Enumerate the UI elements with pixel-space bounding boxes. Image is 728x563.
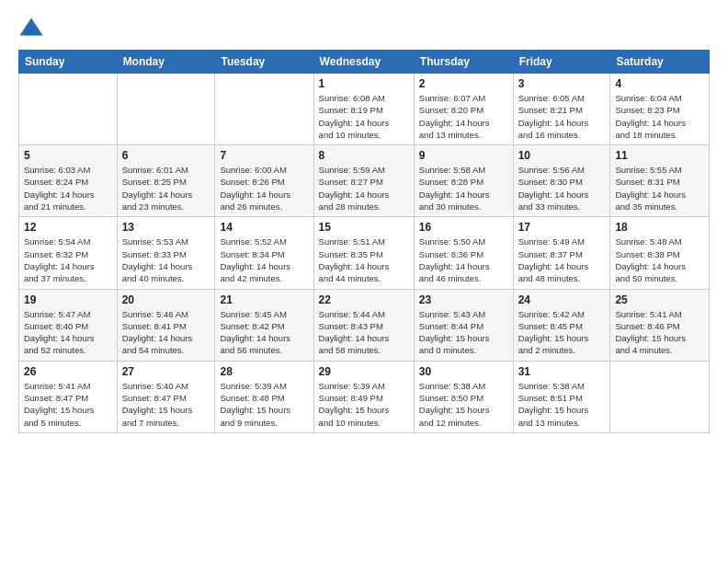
calendar-cell [610,361,710,432]
calendar-cell: 30Sunrise: 5:38 AMSunset: 8:50 PMDayligh… [414,361,513,432]
day-detail: Sunrise: 5:38 AMSunset: 8:51 PMDaylight:… [518,380,606,429]
day-number: 14 [220,221,308,234]
calendar-cell [215,74,313,145]
day-detail: Sunrise: 5:51 AMSunset: 8:35 PMDaylight:… [319,236,409,284]
day-detail: Sunrise: 5:44 AMSunset: 8:43 PMDaylight:… [319,308,409,357]
day-detail: Sunrise: 5:39 AMSunset: 8:48 PMDaylight:… [220,380,308,429]
day-number: 31 [518,365,606,378]
day-detail: Sunrise: 5:38 AMSunset: 8:50 PMDaylight:… [419,380,508,429]
calendar-cell: 17Sunrise: 5:49 AMSunset: 8:37 PMDayligh… [513,217,610,289]
calendar-cell: 24Sunrise: 5:42 AMSunset: 8:45 PMDayligh… [513,289,610,361]
logo-icon [18,15,44,40]
day-detail: Sunrise: 5:52 AMSunset: 8:34 PMDaylight:… [220,236,308,284]
calendar-cell: 11Sunrise: 5:55 AMSunset: 8:31 PMDayligh… [610,145,710,217]
weekday-header-thursday: Thursday [414,51,513,74]
calendar-cell: 23Sunrise: 5:43 AMSunset: 8:44 PMDayligh… [414,289,513,361]
header [18,15,710,40]
day-number: 13 [122,221,210,234]
calendar-cell: 19Sunrise: 5:47 AMSunset: 8:40 PMDayligh… [19,289,118,361]
day-detail: Sunrise: 6:08 AMSunset: 8:19 PMDaylight:… [319,92,409,141]
calendar-cell: 4Sunrise: 6:04 AMSunset: 8:23 PMDaylight… [610,74,710,145]
calendar-cell: 9Sunrise: 5:58 AMSunset: 8:28 PMDaylight… [414,145,513,217]
day-number: 30 [419,365,508,378]
day-number: 18 [615,221,704,234]
day-detail: Sunrise: 5:47 AMSunset: 8:40 PMDaylight:… [24,308,112,357]
calendar-cell: 14Sunrise: 5:52 AMSunset: 8:34 PMDayligh… [215,217,313,289]
calendar-week-row: 12Sunrise: 5:54 AMSunset: 8:32 PMDayligh… [19,217,710,289]
day-number: 6 [122,149,210,162]
calendar-cell: 7Sunrise: 6:00 AMSunset: 8:26 PMDaylight… [215,145,313,217]
day-detail: Sunrise: 5:58 AMSunset: 8:28 PMDaylight:… [419,164,508,213]
day-detail: Sunrise: 5:39 AMSunset: 8:49 PMDaylight:… [319,380,409,429]
calendar-cell: 27Sunrise: 5:40 AMSunset: 8:47 PMDayligh… [117,361,215,432]
calendar-cell: 1Sunrise: 6:08 AMSunset: 8:19 PMDaylight… [313,74,414,145]
weekday-header-sunday: Sunday [19,51,118,74]
day-detail: Sunrise: 5:41 AMSunset: 8:47 PMDaylight:… [24,380,112,429]
calendar-cell: 28Sunrise: 5:39 AMSunset: 8:48 PMDayligh… [215,361,313,432]
calendar-table: SundayMondayTuesdayWednesdayThursdayFrid… [18,50,710,433]
day-number: 19 [24,293,112,306]
calendar-cell: 22Sunrise: 5:44 AMSunset: 8:43 PMDayligh… [313,289,414,361]
day-number: 5 [24,149,112,162]
weekday-header-monday: Monday [117,51,215,74]
day-number: 11 [615,149,704,162]
day-number: 20 [122,293,210,306]
day-number: 29 [319,365,409,378]
calendar-cell: 26Sunrise: 5:41 AMSunset: 8:47 PMDayligh… [19,361,118,432]
day-number: 3 [518,77,606,90]
day-detail: Sunrise: 5:54 AMSunset: 8:32 PMDaylight:… [24,236,112,284]
day-detail: Sunrise: 5:59 AMSunset: 8:27 PMDaylight:… [319,164,409,213]
day-detail: Sunrise: 6:07 AMSunset: 8:20 PMDaylight:… [419,92,508,141]
day-number: 28 [220,365,308,378]
weekday-header-saturday: Saturday [610,51,710,74]
day-number: 1 [319,77,409,90]
calendar-cell [117,74,215,145]
calendar-week-row: 19Sunrise: 5:47 AMSunset: 8:40 PMDayligh… [19,289,710,361]
calendar-cell [19,74,118,145]
weekday-header-tuesday: Tuesday [215,51,313,74]
day-number: 23 [419,293,508,306]
day-number: 17 [518,221,606,234]
calendar-cell: 20Sunrise: 5:46 AMSunset: 8:41 PMDayligh… [117,289,215,361]
day-number: 24 [518,293,606,306]
day-number: 2 [419,77,508,90]
day-detail: Sunrise: 6:03 AMSunset: 8:24 PMDaylight:… [24,164,112,213]
day-number: 21 [220,293,308,306]
day-detail: Sunrise: 6:05 AMSunset: 8:21 PMDaylight:… [518,92,606,141]
day-number: 8 [319,149,409,162]
calendar-cell: 15Sunrise: 5:51 AMSunset: 8:35 PMDayligh… [313,217,414,289]
calendar-cell: 8Sunrise: 5:59 AMSunset: 8:27 PMDaylight… [313,145,414,217]
day-detail: Sunrise: 5:48 AMSunset: 8:38 PMDaylight:… [615,236,704,284]
day-detail: Sunrise: 5:56 AMSunset: 8:30 PMDaylight:… [518,164,606,213]
day-detail: Sunrise: 5:40 AMSunset: 8:47 PMDaylight:… [122,380,210,429]
calendar-cell: 3Sunrise: 6:05 AMSunset: 8:21 PMDaylight… [513,74,610,145]
logo [18,15,48,40]
day-number: 27 [122,365,210,378]
weekday-header-friday: Friday [513,51,610,74]
calendar-cell: 5Sunrise: 6:03 AMSunset: 8:24 PMDaylight… [19,145,118,217]
calendar-week-row: 5Sunrise: 6:03 AMSunset: 8:24 PMDaylight… [19,145,710,217]
calendar-cell: 16Sunrise: 5:50 AMSunset: 8:36 PMDayligh… [414,217,513,289]
weekday-header-row: SundayMondayTuesdayWednesdayThursdayFrid… [19,51,710,74]
calendar-cell: 6Sunrise: 6:01 AMSunset: 8:25 PMDaylight… [117,145,215,217]
calendar-cell: 29Sunrise: 5:39 AMSunset: 8:49 PMDayligh… [313,361,414,432]
day-detail: Sunrise: 6:04 AMSunset: 8:23 PMDaylight:… [615,92,704,141]
page: SundayMondayTuesdayWednesdayThursdayFrid… [0,0,728,563]
day-number: 10 [518,149,606,162]
day-detail: Sunrise: 5:49 AMSunset: 8:37 PMDaylight:… [518,236,606,284]
day-detail: Sunrise: 5:53 AMSunset: 8:33 PMDaylight:… [122,236,210,284]
day-number: 9 [419,149,508,162]
calendar-cell: 25Sunrise: 5:41 AMSunset: 8:46 PMDayligh… [610,289,710,361]
day-detail: Sunrise: 5:55 AMSunset: 8:31 PMDaylight:… [615,164,704,213]
weekday-header-wednesday: Wednesday [313,51,414,74]
day-detail: Sunrise: 5:42 AMSunset: 8:45 PMDaylight:… [518,308,606,357]
day-number: 4 [615,77,704,90]
day-detail: Sunrise: 6:01 AMSunset: 8:25 PMDaylight:… [122,164,210,213]
calendar-cell: 10Sunrise: 5:56 AMSunset: 8:30 PMDayligh… [513,145,610,217]
day-detail: Sunrise: 5:46 AMSunset: 8:41 PMDaylight:… [122,308,210,357]
calendar-week-row: 26Sunrise: 5:41 AMSunset: 8:47 PMDayligh… [19,361,710,432]
day-number: 16 [419,221,508,234]
day-number: 7 [220,149,308,162]
day-detail: Sunrise: 5:45 AMSunset: 8:42 PMDaylight:… [220,308,308,357]
calendar-cell: 12Sunrise: 5:54 AMSunset: 8:32 PMDayligh… [19,217,118,289]
